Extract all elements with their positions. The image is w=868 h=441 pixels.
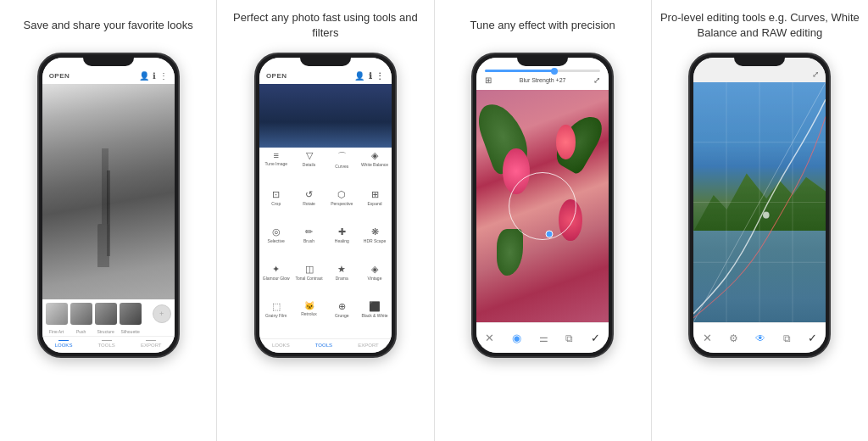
close-icon-3[interactable]: ✕ xyxy=(485,332,494,344)
thumb-label-3: Structure xyxy=(95,329,117,334)
tool-grunge[interactable]: ⊕ Grunge xyxy=(326,301,357,336)
fullscreen-icon-4[interactable]: ⤢ xyxy=(812,70,819,79)
tool-rotate[interactable]: ↺ Rotate xyxy=(294,189,325,224)
nav-tools-2[interactable]: TOOLS xyxy=(315,343,332,348)
notch-4 xyxy=(734,54,785,66)
tool-details[interactable]: ▽ Details xyxy=(294,150,325,187)
bottom-nav-2: LOOKS TOOLS EXPORT xyxy=(259,338,392,353)
tool-vintage[interactable]: ◈ Vintage xyxy=(359,264,390,299)
nav-looks-2[interactable]: LOOKS xyxy=(272,343,290,348)
fullscreen-icon[interactable]: ⤢ xyxy=(593,75,600,85)
tool-glamour[interactable]: ✦ Glamour Glow xyxy=(261,264,292,299)
thumbnails-row: + xyxy=(42,299,175,328)
screen-3: ⊞ Blur Strength +27 ⤢ xyxy=(476,58,609,353)
thumb-circle[interactable]: + xyxy=(153,304,171,323)
eye-icon-4[interactable]: 👁 xyxy=(755,332,765,344)
bottom-nav-1: LOOKS TOOLS EXPORT xyxy=(42,336,175,353)
tool-crop[interactable]: ⊡ Crop xyxy=(261,189,292,224)
person-icon-2[interactable]: 👤 xyxy=(354,71,365,81)
tool-perspective[interactable]: ⬡ Perspective xyxy=(326,189,357,224)
tool-hdr[interactable]: ❋ HDR Scape xyxy=(359,226,390,261)
thumb-1[interactable] xyxy=(46,303,68,325)
tool-bw[interactable]: ⬛ Black & White xyxy=(359,301,390,336)
photo-top-2 xyxy=(259,84,392,148)
tool-curves[interactable]: ⌒ Curves xyxy=(326,150,357,187)
screen-2: OPEN 👤 ℹ ⋮ ≡ Tune Image ▽ Details ⌒ xyxy=(259,58,392,353)
blur-strength-label: Blur Strength +27 xyxy=(520,77,566,83)
thumb-4[interactable] xyxy=(120,303,142,325)
more-icon[interactable]: ⋮ xyxy=(159,71,168,81)
panel-3: Tune any effect with precision ⊞ Blur St… xyxy=(435,0,652,441)
tool-selective[interactable]: ◎ Selective xyxy=(261,226,292,261)
photo-flowers xyxy=(476,90,609,322)
caption-1: Save and share your favorite looks xyxy=(24,7,193,44)
toolbar-icons-1: 👤 ℹ ⋮ xyxy=(139,71,168,81)
person-icon[interactable]: 👤 xyxy=(139,71,149,81)
caption-2: Perfect any photo fast using tools and f… xyxy=(222,7,428,44)
tools-grid: ≡ Tune Image ▽ Details ⌒ Curves ◈ White … xyxy=(259,148,392,338)
nav-looks-1[interactable]: LOOKS xyxy=(55,340,73,348)
more-icon-2[interactable]: ⋮ xyxy=(376,71,385,81)
caption-3: Tune any effect with precision xyxy=(470,7,615,44)
photo-landscape xyxy=(693,82,826,322)
thumb-label-1: Fine Art xyxy=(46,329,68,334)
nav-export-1[interactable]: EXPORT xyxy=(141,340,162,348)
tool-tune-image[interactable]: ≡ Tune Image xyxy=(261,150,292,187)
tool-tonal[interactable]: ◫ Tonal Contrast xyxy=(294,264,325,299)
open-button-1[interactable]: OPEN xyxy=(49,72,70,80)
phone-3: ⊞ Blur Strength +27 ⤢ xyxy=(471,53,614,358)
tool-drama[interactable]: ★ Drama xyxy=(326,264,357,299)
slider-fill[interactable] xyxy=(485,70,554,72)
settings-icon-4[interactable]: ⚙ xyxy=(729,332,738,344)
svg-point-7 xyxy=(763,212,770,219)
layers-icon-4[interactable]: ⧉ xyxy=(783,332,791,344)
phone-2: OPEN 👤 ℹ ⋮ ≡ Tune Image ▽ Details ⌒ xyxy=(254,53,397,358)
bottom-actions-4: ✕ ⚙ 👁 ⧉ ✓ xyxy=(693,322,826,353)
selector-dot[interactable] xyxy=(545,230,553,237)
tool-white-balance[interactable]: ◈ White Balance xyxy=(359,150,390,187)
curves-overlay xyxy=(693,82,826,322)
notch-3 xyxy=(517,54,568,66)
tool-expand[interactable]: ⊞ Expand xyxy=(359,189,390,224)
info-icon[interactable]: ℹ xyxy=(153,71,156,81)
phone-1: OPEN 👤 ℹ ⋮ + Fine Art Push xyxy=(37,53,180,358)
thumb-label-4: Silhouette xyxy=(120,329,142,334)
close-icon-4[interactable]: ✕ xyxy=(703,332,712,344)
notch-1 xyxy=(83,54,134,66)
photo-bw xyxy=(42,84,175,299)
thumb-2[interactable] xyxy=(70,303,92,325)
screen-1: OPEN 👤 ℹ ⋮ + Fine Art Push xyxy=(42,58,175,353)
circle-tool-icon[interactable]: ◉ xyxy=(512,332,521,344)
panel-2: Perfect any photo fast using tools and f… xyxy=(217,0,434,441)
screen-4: ⤢ xyxy=(693,58,826,353)
phone-4: ⤢ xyxy=(688,53,831,358)
tool-brush[interactable]: ✏ Brush xyxy=(294,226,325,261)
layers-icon[interactable]: ⧉ xyxy=(565,332,573,344)
sliders-icon[interactable]: ⚌ xyxy=(539,332,548,344)
panel-4: Pro-level editing tools e.g. Curves, Whi… xyxy=(652,0,868,441)
tool-grainy[interactable]: ⬚ Grainy Film xyxy=(261,301,292,336)
circle-selector[interactable] xyxy=(509,172,576,240)
nav-tools-1[interactable]: TOOLS xyxy=(98,340,115,348)
caption-4: Pro-level editing tools e.g. Curves, Whi… xyxy=(657,7,863,44)
layout-icon[interactable]: ⊞ xyxy=(485,75,492,85)
check-icon-4[interactable]: ✓ xyxy=(808,332,817,344)
check-icon-3[interactable]: ✓ xyxy=(591,332,600,344)
panel-1: Save and share your favorite looks OPEN … xyxy=(0,0,217,441)
notch-2 xyxy=(300,54,351,66)
tool-retrolux[interactable]: 🐱 Retrolux xyxy=(294,301,325,336)
bottom-actions-3: ✕ ◉ ⚌ ⧉ ✓ xyxy=(476,322,609,353)
thumb-3[interactable] xyxy=(95,303,117,325)
open-button-2[interactable]: OPEN xyxy=(266,72,287,80)
tool-healing[interactable]: ✚ Healing xyxy=(326,226,357,261)
info-icon-2[interactable]: ℹ xyxy=(369,71,373,81)
thumb-label-2: Push xyxy=(70,329,92,334)
nav-export-2[interactable]: EXPORT xyxy=(358,343,379,348)
